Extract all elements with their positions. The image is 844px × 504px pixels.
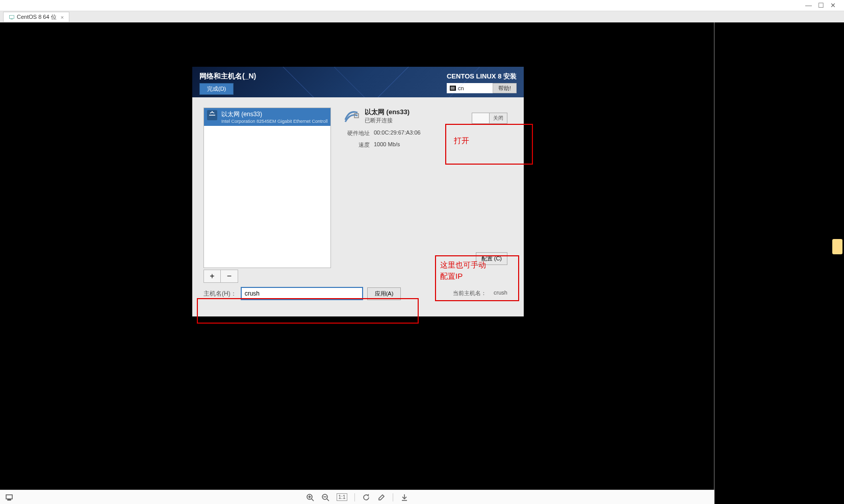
network-icon	[343, 108, 360, 124]
page-title: 网络和主机名(_N)	[199, 72, 256, 81]
scroll-thumb[interactable]	[832, 239, 842, 254]
current-hostname-value: crush	[494, 289, 507, 297]
done-button[interactable]: 完成(D)	[199, 83, 234, 95]
details-title: 以太网 (ens33)	[365, 108, 410, 117]
hw-address-value: 00:0C:29:67:A3:06	[374, 129, 517, 137]
device-item-ens33[interactable]: 以太网 (ens33) Intel Corporation 82545EM Gi…	[204, 108, 330, 126]
minimize-button[interactable]: ―	[805, 2, 812, 9]
configure-button[interactable]: 配置 (C)	[476, 252, 507, 265]
close-icon[interactable]: ×	[61, 14, 64, 20]
hostname-row: 主机名(H)： 应用(A)	[203, 287, 401, 300]
keyboard-icon	[450, 86, 456, 91]
remove-device-button[interactable]: −	[221, 270, 238, 283]
svg-rect-3	[6, 495, 12, 499]
toggle-off-label: 关闭	[490, 113, 507, 123]
svg-rect-4	[8, 499, 11, 500]
svg-rect-1	[11, 19, 13, 19]
device-list[interactable]: 以太网 (ens33) Intel Corporation 82545EM Gi…	[203, 108, 331, 268]
speed-value: 1000 Mb/s	[374, 141, 517, 149]
host-window-controls: ― ☐ ✕	[0, 0, 844, 11]
hostname-label: 主机名(H)：	[203, 289, 237, 298]
vm-tab-bar: CentOS 8 64 位 ×	[0, 11, 844, 22]
lang-row: cn 帮助!	[447, 83, 517, 93]
speed-label: 速度	[343, 141, 374, 149]
ethernet-icon	[207, 110, 217, 120]
vm-tab-label: CentOS 8 64 位	[17, 13, 57, 21]
product-title: CENTOS LINUX 8 安装	[447, 72, 517, 81]
connection-toggle[interactable]: 关闭	[472, 113, 507, 124]
detail-rows: 硬件地址 00:0C:29:67:A3:06 速度 1000 Mb/s	[343, 129, 517, 149]
hostname-input[interactable]	[241, 287, 363, 300]
svg-line-10	[327, 499, 329, 501]
maximize-button[interactable]: ☐	[818, 2, 824, 9]
hw-address-label: 硬件地址	[343, 129, 374, 137]
download-icon[interactable]	[400, 493, 408, 501]
keyboard-layout-label: cn	[458, 85, 464, 91]
current-hostname: 当前主机名： crush	[453, 289, 507, 297]
device-text-block: 以太网 (ens33) Intel Corporation 82545EM Gi…	[221, 110, 327, 124]
device-subtitle: Intel Corporation 82545EM Gigabit Ethern…	[221, 119, 327, 124]
zoom-fit-button[interactable]: 1:1	[337, 493, 348, 501]
device-title: 以太网 (ens33)	[221, 110, 327, 119]
installer-header: 网络和主机名(_N) 完成(D) CENTOS LINUX 8 安装 cn 帮助…	[192, 67, 524, 97]
right-strip	[714, 22, 844, 504]
details-status: 已断开连接	[365, 117, 410, 124]
apply-button[interactable]: 应用(A)	[367, 287, 401, 300]
zoom-in-icon[interactable]	[306, 493, 314, 501]
expand-icon[interactable]	[5, 493, 13, 501]
help-button[interactable]: 帮助!	[493, 83, 517, 93]
vm-icon	[9, 14, 15, 20]
toolbar-divider	[354, 493, 355, 501]
close-button[interactable]: ✕	[830, 2, 836, 9]
vm-toolbar: 1:1	[0, 490, 714, 504]
configure-button-area: 配置 (C)	[476, 252, 507, 265]
installer-window: 网络和主机名(_N) 完成(D) CENTOS LINUX 8 安装 cn 帮助…	[192, 67, 524, 316]
keyboard-layout-selector[interactable]: cn	[447, 83, 493, 93]
zoom-out-icon[interactable]	[321, 493, 329, 501]
svg-line-6	[312, 499, 314, 501]
edit-icon[interactable]	[377, 493, 386, 501]
vm-tab-centos[interactable]: CentOS 8 64 位 ×	[3, 12, 69, 22]
refresh-icon[interactable]	[362, 493, 370, 501]
add-device-button[interactable]: +	[203, 270, 221, 283]
toolbar-center: 1:1	[306, 493, 409, 501]
installer-body: 以太网 (ens33) Intel Corporation 82545EM Gi…	[199, 101, 517, 309]
current-hostname-label: 当前主机名：	[453, 289, 487, 297]
toolbar-divider-2	[393, 493, 393, 501]
connection-toggle-area: 关闭	[472, 113, 507, 124]
add-remove-controls: + −	[203, 270, 238, 283]
toggle-thumb	[472, 113, 490, 123]
svg-rect-0	[10, 15, 14, 18]
